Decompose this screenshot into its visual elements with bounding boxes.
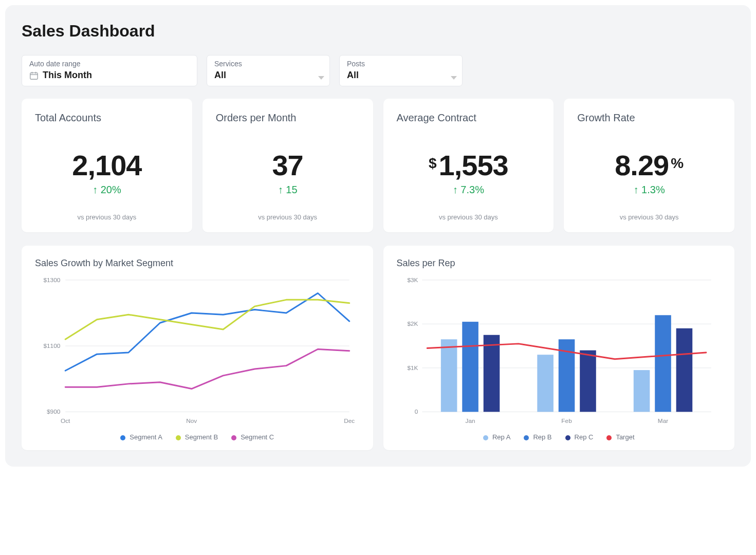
svg-text:$1K: $1K [407, 364, 418, 372]
svg-text:$2K: $2K [407, 320, 418, 327]
legend-item: Rep B [524, 433, 551, 441]
kpi-subtext: vs previous 30 days [216, 213, 360, 223]
legend-item: Target [606, 433, 634, 441]
kpi-title: Average Contract [397, 112, 541, 124]
legend-item: Segment C [231, 433, 274, 441]
date-range-value: This Month [43, 70, 92, 81]
kpi-title: Growth Rate [577, 112, 721, 124]
svg-rect-23 [483, 335, 500, 412]
line-chart-svg: $1300$1100$900OctNovDec [35, 274, 360, 428]
svg-text:Dec: Dec [344, 417, 355, 424]
page-title: Sales Dashboard [22, 22, 734, 41]
kpi-total-accounts: Total Accounts 2,104 ↑ 20% vs previous 3… [22, 99, 192, 232]
kpi-delta: ↑ 20% [35, 184, 179, 196]
svg-rect-22 [462, 322, 478, 412]
chart-sales-growth-by-segment: Sales Growth by Market Segment $1300$110… [22, 246, 373, 450]
kpi-delta: ↑ 7.3% [397, 184, 541, 196]
kpi-subtext: vs previous 30 days [397, 213, 541, 223]
charts-row: Sales Growth by Market Segment $1300$110… [22, 246, 734, 450]
posts-filter[interactable]: Posts All [339, 55, 463, 86]
svg-text:Nov: Nov [186, 417, 197, 424]
date-range-filter[interactable]: Auto date range This Month [22, 55, 197, 86]
svg-text:Oct: Oct [61, 417, 70, 424]
legend-item: Rep A [483, 433, 510, 441]
svg-text:$900: $900 [47, 408, 61, 415]
filters-row: Auto date range This Month Services All … [22, 55, 734, 86]
svg-rect-21 [440, 339, 457, 412]
kpi-value: 1,553 [439, 149, 508, 182]
svg-text:$1300: $1300 [43, 276, 60, 284]
svg-rect-30 [655, 315, 671, 412]
kpi-title: Total Accounts [35, 112, 179, 124]
services-value: All [214, 70, 322, 81]
chart-title: Sales Growth by Market Segment [35, 258, 360, 269]
kpi-orders-per-month: Orders per Month 37 ↑ 15 vs previous 30 … [202, 99, 373, 232]
kpi-row: Total Accounts 2,104 ↑ 20% vs previous 3… [22, 99, 734, 232]
legend-item: Segment A [120, 433, 162, 441]
kpi-delta: ↑ 1.3% [577, 184, 721, 196]
legend-item: Rep C [565, 433, 594, 441]
svg-text:0: 0 [414, 408, 418, 415]
svg-rect-0 [30, 72, 38, 79]
chart-sales-per-rep: Sales per Rep $3K$2K$1K0JanFebMar Rep AR… [383, 246, 735, 450]
kpi-average-contract: Average Contract $ 1,553 ↑ 7.3% vs previ… [383, 99, 554, 232]
date-range-label: Auto date range [29, 60, 190, 68]
svg-text:$1100: $1100 [43, 342, 60, 349]
svg-rect-25 [537, 355, 554, 412]
kpi-title: Orders per Month [216, 112, 360, 124]
kpi-value: 8.29 [615, 149, 669, 182]
kpi-suffix: % [671, 155, 684, 172]
kpi-prefix: $ [429, 155, 437, 172]
services-label: Services [214, 60, 322, 68]
posts-value: All [347, 70, 455, 81]
calendar-icon [29, 71, 39, 80]
chevron-down-icon [451, 76, 457, 80]
legend-item: Segment B [176, 433, 218, 441]
kpi-subtext: vs previous 30 days [577, 213, 721, 223]
bar-chart-svg: $3K$2K$1K0JanFebMar [397, 274, 722, 428]
kpi-growth-rate: Growth Rate 8.29 % ↑ 1.3% vs previous 30… [564, 99, 734, 232]
chart-title: Sales per Rep [397, 258, 722, 269]
svg-text:$3K: $3K [407, 276, 418, 284]
sales-dashboard: Sales Dashboard Auto date range This Mon… [5, 5, 751, 467]
chevron-down-icon [318, 76, 324, 80]
svg-text:Jan: Jan [465, 417, 475, 424]
kpi-value: 37 [272, 149, 303, 182]
kpi-delta: ↑ 15 [216, 184, 360, 196]
svg-text:Feb: Feb [561, 417, 572, 424]
kpi-subtext: vs previous 30 days [35, 213, 179, 223]
posts-label: Posts [347, 60, 455, 68]
svg-rect-31 [676, 328, 692, 412]
kpi-value: 2,104 [72, 149, 141, 182]
services-filter[interactable]: Services All [207, 55, 330, 86]
chart-legend: Rep ARep BRep CTarget [397, 433, 722, 441]
chart-legend: Segment ASegment BSegment C [35, 433, 360, 441]
svg-text:Mar: Mar [657, 417, 668, 424]
svg-rect-29 [633, 370, 650, 412]
svg-rect-27 [580, 350, 596, 412]
